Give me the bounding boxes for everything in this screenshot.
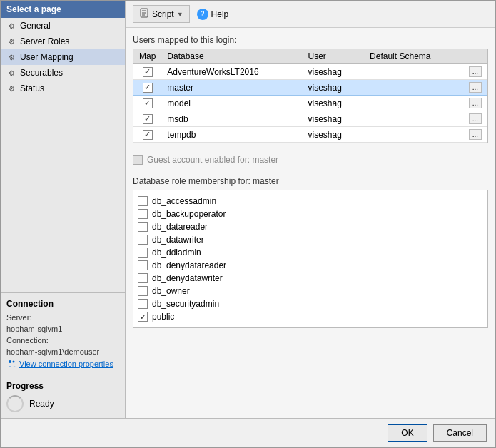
- help-button[interactable]: ? Help: [197, 9, 229, 20]
- main-content: Users mapped to this login: Map Database: [126, 28, 495, 418]
- list-item[interactable]: db_ddladmin: [138, 246, 483, 259]
- sidebar-item-general[interactable]: ⚙ General: [1, 18, 125, 34]
- list-item[interactable]: db_datawriter: [138, 233, 483, 246]
- connection-title: Connection: [6, 299, 119, 309]
- col-header-dots: [463, 49, 487, 64]
- chevron-down-icon: ▼: [177, 11, 183, 18]
- left-panel: Select a page ⚙ General ⚙ Server Roles ⚙…: [1, 1, 126, 418]
- script-icon: [139, 8, 149, 20]
- gear-icon: ⚙: [6, 21, 16, 31]
- row-dots-btn[interactable]: ...: [463, 80, 487, 96]
- guest-account-label: Guest account enabled for: master: [147, 155, 278, 165]
- list-item[interactable]: public: [138, 310, 483, 323]
- mapping-title: Users mapped to this login:: [133, 35, 488, 45]
- role-checkbox[interactable]: [138, 209, 148, 219]
- row-dots-btn[interactable]: ...: [463, 64, 487, 80]
- sidebar-item-securables[interactable]: ⚙ Securables: [1, 65, 125, 81]
- list-item[interactable]: db_accessadmin: [138, 195, 483, 208]
- table-row[interactable]: model viseshag ...: [133, 96, 487, 111]
- right-panel: Script ▼ ? Help Users mapped to this log…: [126, 1, 495, 418]
- people-icon: [6, 359, 16, 369]
- gear-icon: ⚙: [6, 68, 16, 78]
- row-schema: [364, 96, 463, 111]
- user-mapping-table: Map Database User Default: [133, 49, 488, 143]
- ok-button[interactable]: OK: [388, 424, 427, 442]
- mapping-section: Users mapped to this login: Map Database: [133, 35, 488, 143]
- row-checkbox[interactable]: [133, 80, 161, 96]
- col-header-map: Map: [133, 49, 161, 64]
- list-item[interactable]: db_securityadmin: [138, 297, 483, 310]
- role-checkbox[interactable]: [138, 196, 148, 206]
- row-schema: [364, 80, 463, 96]
- spinner-icon: [6, 395, 24, 412]
- row-user: viseshag: [303, 111, 365, 127]
- role-checkbox[interactable]: [138, 222, 148, 232]
- role-label: db_ddladmin: [152, 248, 201, 258]
- connection-label: Connection:: [6, 336, 119, 345]
- role-membership-list: db_accessadmin db_backupoperator db_data…: [133, 190, 488, 328]
- view-connection-properties-link[interactable]: View connection properties: [6, 359, 119, 369]
- sidebar-item-server-roles[interactable]: ⚙ Server Roles: [1, 34, 125, 49]
- page-selector-header: Select a page: [1, 1, 125, 18]
- help-icon: ?: [197, 9, 208, 20]
- connection-section: Connection Server: hopham-sqlvm1 Connect…: [1, 292, 125, 375]
- dialog-body: Select a page ⚙ General ⚙ Server Roles ⚙…: [1, 1, 495, 418]
- gear-icon: ⚙: [6, 36, 16, 46]
- row-checkbox[interactable]: [133, 64, 161, 80]
- sidebar-item-user-mapping[interactable]: ⚙ User Mapping: [1, 49, 125, 65]
- row-schema: [364, 111, 463, 127]
- server-label: Server:: [6, 313, 119, 322]
- list-item[interactable]: db_denydatawriter: [138, 272, 483, 285]
- row-checkbox[interactable]: [133, 96, 161, 111]
- script-button[interactable]: Script ▼: [133, 5, 190, 23]
- role-label: db_accessadmin: [152, 196, 216, 206]
- role-checkbox[interactable]: [138, 235, 148, 245]
- toolbar: Script ▼ ? Help: [126, 1, 495, 28]
- row-user: viseshag: [303, 96, 365, 111]
- cancel-button[interactable]: Cancel: [433, 424, 487, 442]
- list-item[interactable]: db_datareader: [138, 220, 483, 233]
- role-label: db_securityadmin: [152, 299, 219, 309]
- table-row[interactable]: master viseshag ...: [133, 80, 487, 96]
- gear-icon: ⚙: [6, 52, 16, 62]
- role-checkbox[interactable]: [138, 248, 148, 258]
- bottom-bar: OK Cancel: [1, 418, 495, 447]
- role-checkbox[interactable]: [138, 299, 148, 309]
- progress-status: Ready: [29, 399, 54, 409]
- row-dots-btn[interactable]: ...: [463, 96, 487, 111]
- row-dots-btn[interactable]: ...: [463, 127, 487, 143]
- role-checkbox[interactable]: [138, 312, 148, 322]
- row-dots-btn[interactable]: ...: [463, 111, 487, 127]
- row-checkbox[interactable]: [133, 127, 161, 143]
- table-row[interactable]: msdb viseshag ...: [133, 111, 487, 127]
- guest-account-row: Guest account enabled for: master: [133, 151, 488, 169]
- list-item[interactable]: db_backupoperator: [138, 208, 483, 220]
- sidebar-item-status[interactable]: ⚙ Status: [1, 81, 125, 96]
- row-checkbox[interactable]: [133, 111, 161, 127]
- role-checkbox[interactable]: [138, 260, 148, 270]
- progress-title: Progress: [6, 381, 119, 391]
- role-label: db_owner: [152, 286, 190, 296]
- server-value: hopham-sqlvm1: [6, 325, 119, 333]
- list-item[interactable]: db_denydatareader: [138, 259, 483, 272]
- svg-point-0: [9, 360, 11, 363]
- list-item[interactable]: db_owner: [138, 285, 483, 297]
- table-row[interactable]: tempdb viseshag ...: [133, 127, 487, 143]
- row-database: msdb: [161, 111, 302, 127]
- row-database: AdventureWorksLT2016: [161, 64, 302, 80]
- role-label: public: [152, 312, 174, 322]
- guest-account-checkbox[interactable]: [133, 155, 143, 165]
- connection-value: hopham-sqlvm1\demouser: [6, 347, 119, 356]
- role-checkbox[interactable]: [138, 273, 148, 283]
- role-label: db_datareader: [152, 222, 208, 232]
- row-database: tempdb: [161, 127, 302, 143]
- row-database: model: [161, 96, 302, 111]
- role-label: db_denydatareader: [152, 260, 226, 270]
- row-user: viseshag: [303, 127, 365, 143]
- col-header-schema: Default Schema: [364, 49, 463, 64]
- gear-icon: ⚙: [6, 83, 16, 93]
- table-row[interactable]: AdventureWorksLT2016 viseshag ...: [133, 64, 487, 80]
- role-checkbox[interactable]: [138, 286, 148, 296]
- progress-content: Ready: [6, 395, 119, 412]
- row-database: master: [161, 80, 302, 96]
